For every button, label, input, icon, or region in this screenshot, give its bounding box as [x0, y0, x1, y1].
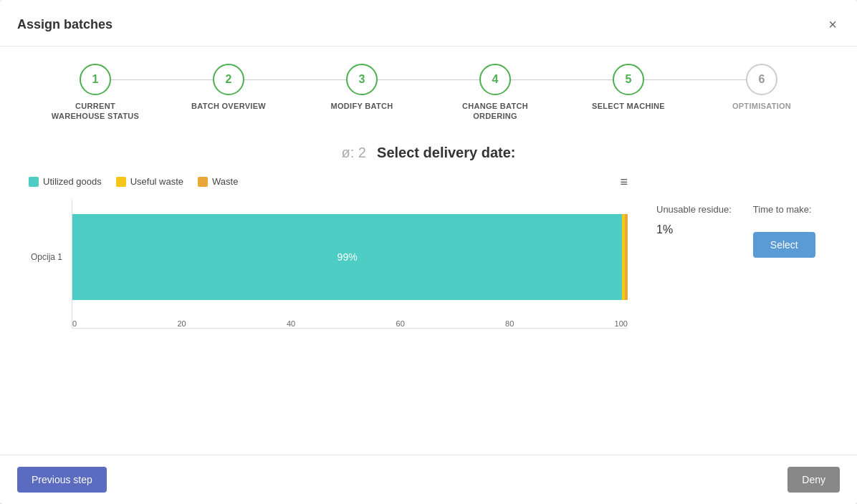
legend-waste-dot [198, 177, 208, 187]
bar-percent-text: 99% [337, 251, 358, 263]
step-3: 3 MODIFY BATCH [295, 64, 428, 111]
step-1-label: CURRENT WAREHOUSE STATUS [49, 101, 142, 122]
deny-button[interactable]: Deny [787, 467, 840, 493]
chart-right: Unusable residue: 1% Time to make: Selec… [628, 175, 828, 272]
step-2-label: BATCH OVERVIEW [191, 101, 266, 111]
step-1-circle: 1 [80, 64, 111, 95]
close-button[interactable]: × [825, 14, 840, 34]
assign-batches-modal: Assign batches × 1 CURRENT WAREHOUSE STA… [0, 0, 857, 504]
legend-utilized-dot [29, 177, 39, 187]
bar-row: Opcija 1 99% [72, 214, 628, 300]
step-4: 4 CHANGE BATCH ORDERING [428, 64, 562, 122]
legend-utilized-label: Utilized goods [43, 176, 102, 187]
time-label: Time to make: [753, 204, 815, 215]
step-3-label: MODIFY BATCH [331, 101, 393, 111]
modal-footer: Previous step Deny [0, 455, 857, 504]
x-tick-100: 100 [615, 319, 628, 328]
x-tick-0: 0 [72, 319, 77, 328]
step-4-label: CHANGE BATCH ORDERING [449, 101, 542, 122]
steps-container: 1 CURRENT WAREHOUSE STATUS 2 BATCH OVERV… [0, 47, 857, 133]
chart-area: Opcija 1 99% 0 20 [72, 200, 628, 329]
modal-title: Assign batches [17, 17, 112, 32]
metrics-row: Unusable residue: 1% Time to make: Selec… [656, 204, 828, 258]
x-axis: 0 20 40 60 80 100 [72, 319, 628, 328]
step-2-circle: 2 [213, 64, 244, 95]
bar-label: Opcija 1 [31, 252, 62, 262]
delivery-header: ø: 2 Select delivery date: [29, 145, 828, 161]
delivery-title: ø: 2 Select delivery date: [341, 145, 515, 160]
step-1: 1 CURRENT WAREHOUSE STATUS [29, 64, 162, 122]
time-metric: Time to make: Select [753, 204, 815, 258]
unusable-metric: Unusable residue: 1% [656, 204, 732, 258]
bar-track: 99% [72, 214, 628, 300]
step-6-label: OPTIMISATION [732, 101, 791, 111]
legend-waste: Waste [198, 176, 238, 187]
unusable-label: Unusable residue: [656, 204, 732, 215]
step-6-circle: 6 [746, 64, 777, 95]
step-3-circle: 3 [346, 64, 378, 95]
step-4-circle: 4 [479, 64, 511, 95]
chart-menu-icon[interactable]: ≡ [620, 175, 628, 188]
legend-utilized: Utilized goods [29, 176, 102, 187]
legend-useful-waste: Useful waste [116, 176, 183, 187]
x-tick-60: 60 [396, 319, 405, 328]
modal-header: Assign batches × [0, 0, 857, 47]
bar-orange [625, 214, 628, 300]
chart-section: Utilized goods Useful waste Waste ≡ [29, 175, 828, 350]
delivery-prefix: ø: 2 [341, 145, 365, 160]
modal-body: ø: 2 Select delivery date: Utilized good… [0, 133, 857, 455]
x-tick-80: 80 [505, 319, 514, 328]
chart-legend: Utilized goods Useful waste Waste ≡ [29, 175, 628, 188]
legend-useful-waste-dot [116, 177, 126, 187]
chart-wrapper: Opcija 1 99% 0 20 [29, 200, 628, 350]
step-5: 5 SELECT MACHINE [562, 64, 695, 111]
step-5-label: SELECT MACHINE [592, 101, 665, 111]
step-2: 2 BATCH OVERVIEW [162, 64, 295, 111]
select-button[interactable]: Select [753, 232, 815, 258]
legend-useful-waste-label: Useful waste [130, 176, 183, 187]
unusable-value: 1% [656, 223, 732, 236]
delivery-select-text: Select delivery date: [377, 145, 515, 160]
step-5-circle: 5 [613, 64, 644, 95]
legend-waste-label: Waste [212, 176, 238, 187]
x-tick-20: 20 [177, 319, 186, 328]
previous-step-button[interactable]: Previous step [17, 467, 107, 493]
bar-green: 99% [72, 214, 622, 300]
x-tick-40: 40 [287, 319, 295, 328]
step-6: 6 OPTIMISATION [695, 64, 828, 111]
chart-left: Utilized goods Useful waste Waste ≡ [29, 175, 628, 350]
